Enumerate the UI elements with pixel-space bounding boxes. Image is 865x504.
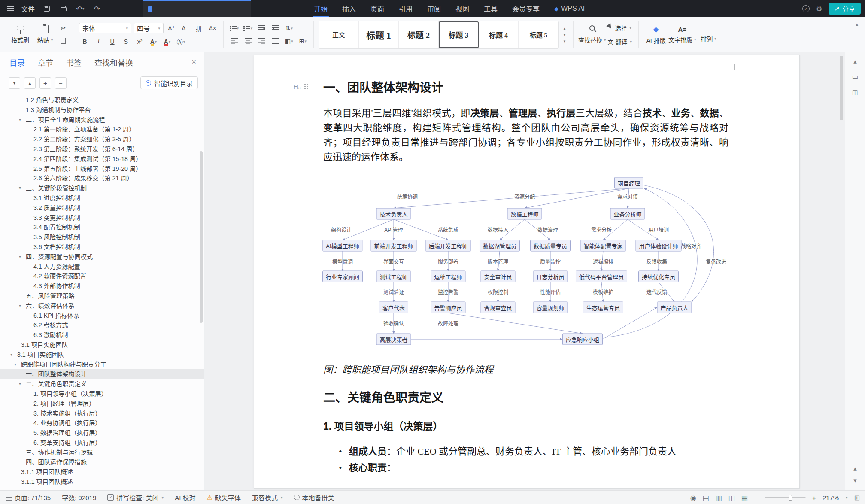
diagram-node[interactable]: 运维工程师 — [431, 271, 465, 282]
diagram-node[interactable]: AI模型工程师 — [322, 240, 362, 252]
toc-item[interactable]: 5. 数据治理组（执行层） — [0, 428, 204, 438]
page-view-icon[interactable]: ▤ — [703, 494, 709, 502]
toc-collapse-button[interactable]: ▴ — [24, 77, 36, 89]
document-page[interactable]: H₃ 一、团队整体架构设计 本项目采用'三层四维'组织模式，即决策层、管理层、执… — [254, 55, 800, 489]
sidebar-tab-1[interactable]: 目录 — [9, 57, 25, 68]
collapse-ribbon-button[interactable]: ▴ — [856, 21, 858, 27]
ribbon-tab-7[interactable]: 工具 — [477, 0, 505, 17]
toc-item[interactable]: 6.2 考核方式 — [0, 320, 204, 330]
style-card-2[interactable]: 标题 1 — [359, 21, 399, 48]
phonetic-guide-button[interactable]: 拼 — [193, 23, 205, 33]
fullscreen-view-icon[interactable]: ▦ — [741, 494, 748, 502]
expand-triangle-icon[interactable]: ▾ — [19, 379, 21, 389]
reading-layout-icon[interactable]: ▭ — [845, 73, 865, 81]
redo-button[interactable]: ↷ — [92, 4, 102, 13]
file-menu[interactable]: 文件 — [21, 3, 35, 14]
expand-triangle-icon[interactable]: ▾ — [19, 115, 21, 125]
zoom-slider-thumb[interactable] — [789, 495, 792, 501]
figure-caption[interactable]: 图：跨职能项目团队组织架构与协作流程 — [323, 363, 728, 377]
diagram-node[interactable]: 业务分析师 — [610, 208, 645, 220]
toc-item[interactable]: 2.6 第六阶段：成果移交（第 21 周） — [0, 173, 204, 183]
toc-item[interactable]: ▾3.1 项目实施团队 — [0, 350, 204, 360]
doc-protected-icon[interactable]: ✓ — [802, 5, 810, 12]
toc-item[interactable]: 4.2 软硬件资源配置 — [0, 271, 204, 281]
style-card-5[interactable]: 标题 4 — [479, 21, 519, 48]
toc-item[interactable]: 3.1.1 项目团队概述 — [0, 467, 204, 477]
missing-font-warning[interactable]: ⚠缺失字体 — [206, 493, 240, 502]
diagram-node[interactable]: 智能体配置专家 — [580, 240, 626, 252]
zoom-caret-icon[interactable]: ▾ — [846, 495, 848, 500]
format-painter-button[interactable]: 格式刷 — [8, 20, 33, 50]
translate-button[interactable]: 文翻译▾ — [606, 36, 634, 47]
toc-item[interactable]: 1.3 沟通机制与协作平台 — [0, 105, 204, 115]
font-size-select[interactable]: 四号▾ — [134, 23, 164, 33]
toc-item[interactable]: 3.1 项目实施团队 — [0, 340, 204, 350]
clear-format-button[interactable]: A× — [207, 23, 219, 33]
ai-layout-button[interactable]: ◆ AI 排版 — [643, 20, 668, 50]
heading-level-marker[interactable]: H₃ — [294, 83, 308, 90]
word-count[interactable]: 字数: 92019 — [62, 493, 96, 502]
outdent-button[interactable] — [256, 23, 267, 33]
diagram-node[interactable]: 前端开发工程师 — [370, 240, 416, 252]
ribbon-tab-4[interactable]: 引用 — [392, 0, 420, 17]
copy-button[interactable] — [58, 36, 69, 46]
toc-item[interactable]: 4. 业务协调组（执行层） — [0, 418, 204, 428]
toc-item[interactable]: 6.3 激励机制 — [0, 330, 204, 340]
toc-item[interactable]: ▾六、绩效评估体系 — [0, 301, 204, 311]
style-card-1[interactable]: 正文 — [319, 21, 359, 48]
toc-item[interactable]: 3.1.1 项目团队概述 — [0, 477, 204, 487]
diagram-node[interactable]: 日志分析员 — [533, 271, 568, 282]
cut-button[interactable]: ✂ — [58, 23, 69, 33]
style-gallery-more-button[interactable]: ▾ — [561, 38, 568, 44]
arrange-button[interactable]: 排列▾ — [696, 20, 721, 50]
page-indicator[interactable]: 页面: 71/135 — [15, 493, 51, 502]
fit-page-icon[interactable]: ⊞ — [854, 494, 860, 502]
toc-item[interactable]: 6. 变革支持组（执行层） — [0, 438, 204, 448]
share-button[interactable]: ↗分享 — [829, 3, 861, 15]
expand-triangle-icon[interactable]: ▾ — [14, 360, 16, 370]
toc-item[interactable]: 1.2 角色与职责定义 — [0, 95, 204, 105]
indent-button[interactable] — [270, 23, 281, 33]
scroll-to-top-icon[interactable]: ▴ — [845, 58, 865, 65]
numbered-list-button[interactable]: ▾ — [242, 23, 254, 33]
font-family-select[interactable]: 宋体▾ — [79, 23, 131, 33]
toc-item[interactable]: 2.4 第四阶段：集成测试（第 15-18 周） — [0, 154, 204, 164]
toc-item[interactable]: 3. 技术实施组（执行层） — [0, 409, 204, 419]
diagram-node[interactable]: 低代码平台管理员 — [576, 271, 627, 282]
smart-toc-button[interactable]: 智能识别目录 — [140, 76, 198, 89]
sidebar-tab-4[interactable]: 查找和替换 — [94, 57, 133, 68]
toc-item[interactable]: ▾四、资源配置与协同模式 — [0, 252, 204, 262]
compat-mode-select[interactable]: 兼容模式▾ — [252, 493, 283, 502]
local-backup-status[interactable]: 本地备份关 — [294, 493, 334, 502]
diagram-node[interactable]: 容量规划师 — [533, 302, 568, 313]
diagram-node[interactable]: 告警响应员 — [431, 302, 465, 313]
justify-button[interactable] — [270, 36, 281, 46]
web-view-icon[interactable]: ▥ — [716, 494, 722, 502]
doc-bullet-list[interactable]: 组成人员：企业 CEO 或分管副总、财务负责人、IT 主管、核心业务部门负责人核… — [323, 444, 728, 475]
diagram-node[interactable]: 数据湖管理员 — [480, 240, 520, 252]
diagram-node[interactable]: 应急响应小组 — [562, 334, 603, 345]
toc-item[interactable]: ▾二、关键角色职责定义 — [0, 379, 204, 389]
zoom-slider[interactable] — [765, 497, 806, 498]
diagram-node[interactable]: 数据质量专员 — [530, 240, 571, 252]
toc-item[interactable]: ▾二、项目全生命周期实施流程 — [0, 115, 204, 125]
style-gallery-up-button[interactable]: ▴ — [561, 25, 568, 31]
zoom-in-button[interactable]: + — [812, 494, 816, 501]
toc-item[interactable]: 2.3 第三阶段：系统开发（第 6-14 周） — [0, 144, 204, 154]
toc-zoom-in-button[interactable]: + — [39, 77, 51, 89]
increase-font-button[interactable]: A⁺ — [166, 23, 177, 33]
diagram-node[interactable]: 客户代表 — [379, 302, 408, 313]
undo-button[interactable]: ↶▾ — [76, 4, 85, 13]
bullet-item[interactable]: 组成人员：企业 CEO 或分管副总、财务负责人、IT 主管、核心业务部门负责人 — [323, 444, 728, 459]
toc-item[interactable]: 3.2 质量控制机制 — [0, 203, 204, 213]
toc-item[interactable]: 3.5 风险控制机制 — [0, 232, 204, 242]
next-page-icon[interactable]: ▾ — [845, 477, 865, 484]
toc-item[interactable]: 4.3 外部协作机制 — [0, 281, 204, 291]
ribbon-tab-3[interactable]: 页面 — [363, 0, 392, 17]
diagram-node[interactable]: 测试工程师 — [376, 271, 411, 282]
ribbon-tab-9[interactable]: ◆WPS AI — [547, 0, 592, 17]
expand-triangle-icon[interactable]: ▾ — [10, 350, 12, 360]
font-color-button[interactable]: A▾ — [161, 36, 173, 46]
zoom-out-button[interactable]: − — [754, 494, 758, 501]
ribbon-tab-6[interactable]: 视图 — [448, 0, 477, 17]
